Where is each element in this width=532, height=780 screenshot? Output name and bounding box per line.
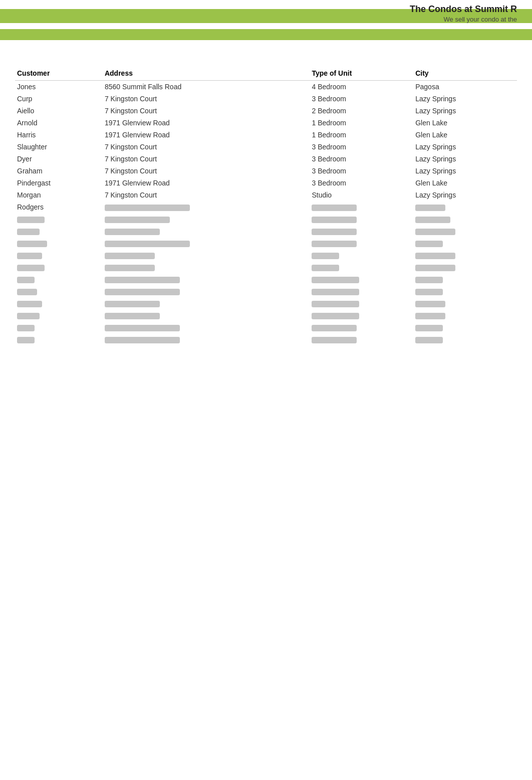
cell-city [413,273,517,285]
cell-city: Lazy Springs [413,165,517,177]
cell-address [103,213,310,225]
table-row: Graham 7 Kingston Court 3 Bedroom Lazy S… [15,165,517,177]
cell-city: Lazy Springs [413,93,517,105]
table-row: Aiello 7 Kingston Court 2 Bedroom Lazy S… [15,105,517,117]
cell-typeofunit [310,333,413,345]
cell-typeofunit: 3 Bedroom [310,177,413,189]
data-table: Customer Address Type of Unit City Jones… [15,65,517,345]
table-row: Harris 1971 Glenview Road 1 Bedroom Glen… [15,129,517,141]
table-row [15,273,517,285]
col-header-customer: Customer [15,65,103,81]
cell-typeofunit: 3 Bedroom [310,165,413,177]
cell-customer [15,213,103,225]
cell-typeofunit: 3 Bedroom [310,93,413,105]
cell-city [413,333,517,345]
cell-customer [15,285,103,297]
table-row [15,261,517,273]
cell-customer [15,333,103,345]
table-row [15,249,517,261]
cell-typeofunit: 1 Bedroom [310,129,413,141]
cell-address: 7 Kingston Court [103,189,310,201]
cell-customer [15,273,103,285]
cell-address [103,333,310,345]
cell-customer: Morgan [15,189,103,201]
cell-city: Lazy Springs [413,141,517,153]
table-row: Curp 7 Kingston Court 3 Bedroom Lazy Spr… [15,93,517,105]
table-row [15,285,517,297]
cell-customer [15,237,103,249]
content-area: Customer Address Type of Unit City Jones… [0,55,532,365]
cell-address [103,225,310,237]
table-row [15,297,517,309]
cell-address: 7 Kingston Court [103,165,310,177]
cell-customer: Pindergast [15,177,103,189]
cell-city: Lazy Springs [413,153,517,165]
cell-address: 1971 Glenview Road [103,117,310,129]
cell-address [103,309,310,321]
header-title-block: The Condos at Summit R We sell your cond… [410,4,517,23]
table-row: Slaughter 7 Kingston Court 3 Bedroom Laz… [15,141,517,153]
table-row [15,237,517,249]
cell-customer: Jones [15,81,103,93]
header-subtitle: We sell your condo at the [410,16,517,23]
table-row [15,309,517,321]
cell-typeofunit: 3 Bedroom [310,141,413,153]
cell-address [103,249,310,261]
cell-city [413,201,517,213]
cell-city: Glen Lake [413,117,517,129]
cell-typeofunit: 4 Bedroom [310,81,413,93]
cell-customer: Graham [15,165,103,177]
cell-customer: Slaughter [15,141,103,153]
cell-city: Glen Lake [413,177,517,189]
cell-typeofunit [310,321,413,333]
cell-address: 7 Kingston Court [103,141,310,153]
cell-address: 7 Kingston Court [103,93,310,105]
cell-customer: Dyer [15,153,103,165]
table-row: Rodgers [15,201,517,213]
header-title: The Condos at Summit R [410,4,517,15]
cell-address: 1971 Glenview Road [103,129,310,141]
cell-city: Lazy Springs [413,105,517,117]
table-row [15,333,517,345]
cell-customer [15,309,103,321]
cell-city [413,309,517,321]
cell-typeofunit [310,297,413,309]
cell-typeofunit [310,201,413,213]
table-row: Pindergast 1971 Glenview Road 3 Bedroom … [15,177,517,189]
cell-address [103,201,310,213]
cell-city [413,249,517,261]
cell-typeofunit [310,309,413,321]
cell-address: 7 Kingston Court [103,105,310,117]
table-row [15,321,517,333]
table-header-row: Customer Address Type of Unit City [15,65,517,81]
header: The Condos at Summit R We sell your cond… [0,0,532,55]
cell-typeofunit [310,225,413,237]
cell-address [103,321,310,333]
cell-customer: Rodgers [15,201,103,213]
cell-customer: Arnold [15,117,103,129]
table-row: Jones 8560 Summit Falls Road 4 Bedroom P… [15,81,517,93]
cell-typeofunit [310,273,413,285]
cell-city [413,237,517,249]
cell-address [103,261,310,273]
cell-typeofunit: 1 Bedroom [310,117,413,129]
cell-customer: Curp [15,93,103,105]
cell-customer [15,321,103,333]
cell-customer [15,297,103,309]
cell-typeofunit [310,213,413,225]
cell-address [103,237,310,249]
cell-address: 8560 Summit Falls Road [103,81,310,93]
cell-typeofunit [310,237,413,249]
cell-city: Glen Lake [413,129,517,141]
table-row: Arnold 1971 Glenview Road 1 Bedroom Glen… [15,117,517,129]
col-header-address: Address [103,65,310,81]
cell-typeofunit: 2 Bedroom [310,105,413,117]
table-container: Customer Address Type of Unit City Jones… [15,65,517,345]
cell-typeofunit [310,249,413,261]
cell-city: Pagosa [413,81,517,93]
cell-typeofunit [310,285,413,297]
cell-address [103,273,310,285]
cell-typeofunit: Studio [310,189,413,201]
cell-typeofunit [310,261,413,273]
cell-customer [15,249,103,261]
